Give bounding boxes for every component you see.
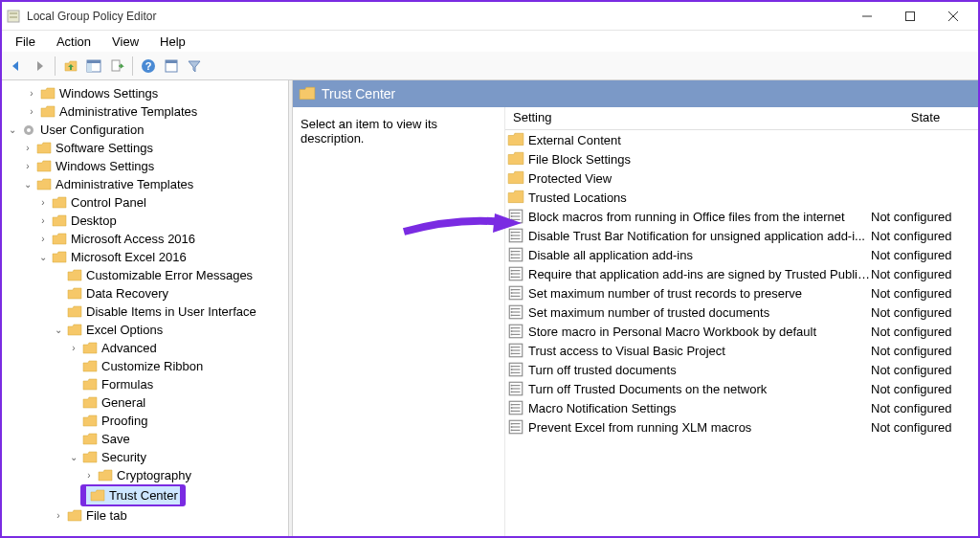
chevron-right-icon[interactable]: › [25,87,38,101]
column-state[interactable]: State [873,107,978,129]
folder-icon [52,213,67,229]
forward-button[interactable] [29,56,50,77]
tree-file-tab[interactable]: ›File tab [50,506,286,525]
app-window: Local Group Policy Editor File Action Vi… [0,0,980,538]
list-row[interactable]: Prevent Excel from running XLM macrosNot… [505,417,978,437]
chevron-down-icon[interactable]: ⌄ [52,324,65,337]
tree-formulas[interactable]: Formulas [65,375,286,393]
list-row[interactable]: Trusted Locations [505,188,978,207]
setting-icon [507,303,528,321]
tree-general[interactable]: General [65,393,286,412]
chevron-right-icon[interactable]: › [82,469,96,482]
list-header[interactable]: Setting State [505,107,978,130]
show-hide-tree-button[interactable] [83,56,104,77]
folder-icon [67,508,82,524]
tree-windows-settings2[interactable]: ›Windows Settings [19,157,286,175]
list-row[interactable]: File Block Settings [505,149,978,168]
list-row[interactable]: Disable Trust Bar Notification for unsig… [505,226,978,245]
row-state: Not configured [871,363,976,377]
chevron-right-icon[interactable]: › [36,196,50,210]
chevron-down-icon[interactable]: ⌄ [6,123,19,137]
folder-icon [82,359,98,374]
tree-control-panel[interactable]: ›Control Panel [34,193,286,212]
chevron-down-icon[interactable]: ⌄ [36,251,50,264]
tree-pane[interactable]: ›Windows Settings ›Administrative Templa… [2,80,289,536]
chevron-right-icon[interactable]: › [52,509,65,523]
tree-advanced[interactable]: ›Advanced [65,339,286,357]
tree-customize-ribbon[interactable]: Customize Ribbon [65,357,286,375]
list-row[interactable]: Disable all application add-insNot confi… [505,245,978,264]
chevron-right-icon[interactable]: › [25,105,38,119]
list-row[interactable]: Store macro in Personal Macro Workbook b… [505,322,978,341]
svg-point-72 [511,352,513,354]
tree-user-configuration[interactable]: ⌄User Configuration [4,121,286,139]
chevron-right-icon[interactable]: › [36,214,50,228]
menu-file[interactable]: File [6,33,45,51]
list-row[interactable]: Set maximum number of trust records to p… [505,283,978,303]
toolbar: ? [2,52,978,80]
tree-security[interactable]: ⌄Security [65,448,286,466]
tree-disable-items[interactable]: Disable Items in User Interface [50,303,286,321]
list-row[interactable]: Set maximum number of trusted documentsN… [505,303,978,322]
column-setting[interactable]: Setting [505,107,873,129]
list-row[interactable]: Turn off Trusted Documents on the networ… [505,379,978,398]
chevron-right-icon[interactable]: › [67,342,80,355]
list-row[interactable]: Macro Notification SettingsNot configure… [505,398,978,417]
tree-proofing[interactable]: Proofing [65,412,286,430]
export-button[interactable] [106,56,127,77]
svg-point-99 [511,426,513,428]
setting-icon [507,246,528,263]
help-button[interactable]: ? [138,56,159,77]
list-row[interactable]: Trust access to Visual Basic ProjectNot … [505,341,978,360]
menu-view[interactable]: View [102,33,148,51]
tree-cryptography[interactable]: ›Cryptography [80,466,286,484]
tree-access2016[interactable]: ›Microsoft Access 2016 [34,230,286,248]
filter-button[interactable] [184,56,205,77]
list-row[interactable]: External Content [505,130,978,149]
tree-desktop[interactable]: ›Desktop [34,212,286,230]
tree-admin-templates2[interactable]: ⌄Administrative Templates [19,175,286,193]
chevron-down-icon[interactable]: ⌄ [67,451,80,464]
tree-windows-settings[interactable]: ›Windows Settings [23,84,286,102]
setting-icon [507,418,528,436]
menu-action[interactable]: Action [47,33,100,51]
tree-data-recovery[interactable]: Data Recovery [50,284,286,303]
tree-excel2016[interactable]: ⌄Microsoft Excel 2016 [34,248,286,266]
setting-icon [507,227,528,244]
row-state: Not configured [871,229,976,243]
chevron-down-icon[interactable]: ⌄ [21,178,34,191]
svg-point-70 [511,347,513,348]
tree-save[interactable]: Save [65,430,286,448]
chevron-right-icon[interactable]: › [21,160,34,173]
up-button[interactable] [60,56,81,77]
svg-point-43 [511,273,513,275]
setting-icon [507,284,528,302]
properties-button[interactable] [161,56,182,77]
folder-icon [52,195,67,211]
close-button[interactable] [931,3,974,30]
svg-point-35 [511,251,513,253]
back-button[interactable] [6,56,27,77]
chevron-right-icon[interactable]: › [36,233,50,246]
folder-icon [507,131,528,148]
maximize-button[interactable] [888,3,931,30]
tree-software-settings[interactable]: ›Software Settings [19,139,286,157]
minimize-button[interactable] [845,3,888,30]
row-label: Store macro in Personal Macro Workbook b… [528,325,871,339]
tree-admin-templates[interactable]: ›Administrative Templates [23,102,286,121]
chevron-right-icon[interactable]: › [21,142,34,155]
setting-icon [507,208,528,225]
list-row[interactable]: Block macros from running in Office file… [505,207,978,226]
list-row[interactable]: Turn off trusted documentsNot configured [505,360,978,379]
tree-excel-options[interactable]: ⌄Excel Options [50,321,286,339]
svg-point-86 [511,391,513,392]
row-label: Set maximum number of trusted documents [528,305,871,320]
folder-icon [299,85,316,102]
list-row[interactable]: Protected View [505,168,978,188]
tree-trust-center[interactable]: Trust Center [86,486,180,504]
tree-custom-errors[interactable]: Customizable Error Messages [50,266,286,284]
content-area: ›Windows Settings ›Administrative Templa… [2,80,978,536]
svg-point-44 [511,276,513,278]
menu-help[interactable]: Help [150,33,195,51]
list-row[interactable]: Require that application add-ins are sig… [505,264,978,283]
